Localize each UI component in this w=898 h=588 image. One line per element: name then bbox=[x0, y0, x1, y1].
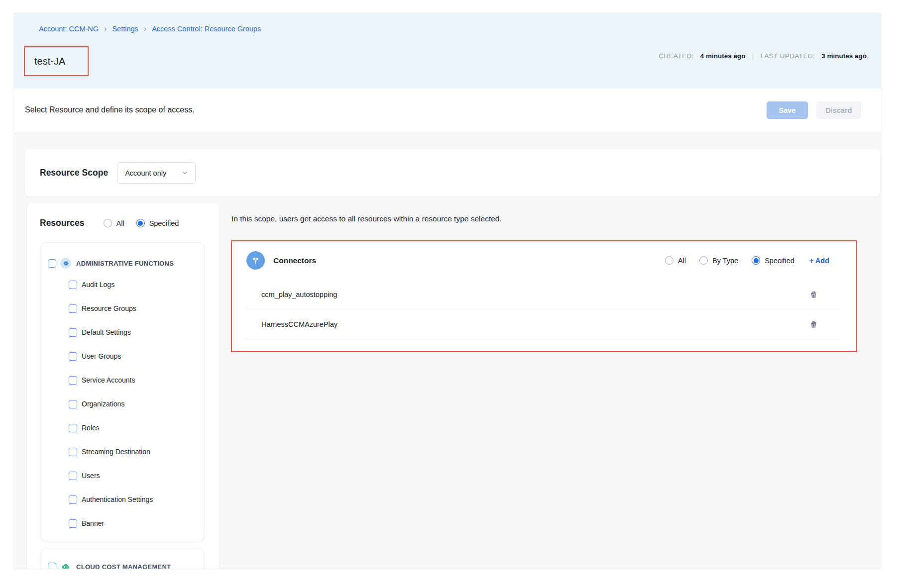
group-header[interactable]: $ CLOUD COST MANAGEMENT bbox=[48, 561, 204, 569]
resource-item-row[interactable]: Roles bbox=[48, 416, 204, 440]
resource-item-label: Banner bbox=[82, 519, 104, 527]
connectors-controls: All By Type Specified + Add bbox=[652, 256, 829, 265]
admin-functions-checkbox[interactable] bbox=[48, 259, 56, 268]
resource-item-label: Service Accounts bbox=[82, 376, 135, 384]
page-header: Account: CCM-NG › Settings › Access Cont… bbox=[14, 13, 881, 89]
connectors-title: Connectors bbox=[273, 256, 316, 265]
meta-divider: | bbox=[752, 52, 754, 60]
connector-rows: ccm_play_autostopping HarnessCCMAzurePla… bbox=[245, 280, 840, 339]
last-updated-label: LAST UPDATED: bbox=[760, 52, 815, 60]
gear-icon bbox=[60, 258, 71, 269]
created-value: 4 minutes ago bbox=[700, 52, 746, 60]
resource-item-checkbox[interactable] bbox=[69, 424, 77, 432]
radio-icon-checked[interactable] bbox=[752, 256, 760, 265]
resource-item-checkbox[interactable] bbox=[69, 281, 77, 289]
resource-item-label: Streaming Destination bbox=[82, 448, 150, 456]
admin-functions-items: Audit Logs Resource Groups Default Setti… bbox=[48, 273, 204, 535]
radio-specified-label: Specified bbox=[149, 219, 179, 227]
resource-item-checkbox[interactable] bbox=[69, 448, 77, 456]
resource-item-checkbox[interactable] bbox=[69, 328, 77, 337]
resources-title: Resources bbox=[40, 218, 85, 228]
resource-group-administrative-functions: ADMINISTRATIVE FUNCTIONS Audit Logs Reso… bbox=[41, 242, 204, 541]
timestamps: CREATED: 4 minutes ago | LAST UPDATED: 3… bbox=[659, 52, 867, 60]
resource-item-row[interactable]: Organizations bbox=[48, 392, 204, 416]
resource-item-checkbox[interactable] bbox=[69, 519, 77, 528]
breadcrumb-chevron-icon: › bbox=[104, 25, 107, 33]
resource-item-row[interactable]: Authentication Settings bbox=[48, 488, 204, 511]
resource-item-row[interactable]: User Groups bbox=[48, 344, 204, 368]
resource-item-row[interactable]: Users bbox=[48, 464, 204, 488]
radio-all-label: All bbox=[116, 219, 124, 227]
radio-icon[interactable] bbox=[665, 256, 674, 265]
discard-button[interactable]: Discard bbox=[816, 101, 861, 119]
connector-row: ccm_play_autostopping bbox=[245, 280, 840, 309]
resource-item-label: Audit Logs bbox=[82, 281, 114, 289]
connector-name: HarnessCCMAzurePlay bbox=[261, 320, 337, 328]
resource-item-row[interactable]: Default Settings bbox=[48, 320, 204, 344]
group-label: CLOUD COST MANAGEMENT bbox=[76, 563, 171, 569]
connector-row: HarnessCCMAzurePlay bbox=[245, 309, 840, 339]
resource-item-label: Default Settings bbox=[82, 328, 131, 336]
trash-icon bbox=[809, 290, 818, 299]
cloud-dollar-icon: $ bbox=[60, 561, 71, 569]
radio-by-type-label: By Type bbox=[712, 257, 738, 265]
group-header[interactable]: ADMINISTRATIVE FUNCTIONS bbox=[48, 258, 204, 269]
chevron-down-icon bbox=[181, 169, 189, 177]
app-page: Account: CCM-NG › Settings › Access Cont… bbox=[14, 13, 881, 569]
page-description: Select Resource and define its scope of … bbox=[25, 105, 195, 114]
resource-item-label: Authentication Settings bbox=[82, 495, 153, 503]
add-connector-button[interactable]: + Add bbox=[809, 257, 829, 265]
resources-panel: Resources All Specified bbox=[27, 203, 219, 569]
resources-header: Resources All Specified bbox=[40, 218, 219, 228]
main-content: Resource Scope Account only Resources Al… bbox=[14, 133, 881, 569]
resource-scope-card: Resource Scope Account only bbox=[25, 149, 880, 196]
page-title: test-JA bbox=[25, 56, 65, 67]
breadcrumb-account-link[interactable]: Account: CCM-NG bbox=[39, 25, 99, 33]
connectors-radio-all[interactable]: All bbox=[665, 256, 686, 265]
resource-scope-dropdown[interactable]: Account only bbox=[117, 162, 196, 184]
action-toolbar: Select Resource and define its scope of … bbox=[14, 89, 881, 133]
annotation-box-title: test-JA bbox=[24, 46, 89, 76]
resource-item-checkbox[interactable] bbox=[69, 304, 77, 313]
connectors-header: Connectors All By Type Specified + Add bbox=[232, 241, 856, 280]
created-label: CREATED: bbox=[659, 52, 693, 60]
resource-scope-label: Resource Scope bbox=[40, 168, 108, 178]
radio-icon[interactable] bbox=[104, 219, 112, 227]
resource-item-row[interactable]: Service Accounts bbox=[48, 368, 204, 392]
connector-name: ccm_play_autostopping bbox=[261, 291, 337, 298]
resource-item-label: User Groups bbox=[82, 352, 121, 360]
resource-scope-dropdown-value: Account only bbox=[125, 169, 166, 177]
radio-icon-checked[interactable] bbox=[136, 219, 145, 227]
breadcrumb-chevron-icon: › bbox=[144, 25, 146, 33]
resource-item-row[interactable]: Audit Logs bbox=[48, 273, 204, 296]
radio-icon[interactable] bbox=[699, 256, 708, 265]
trash-icon bbox=[809, 319, 818, 329]
connectors-radio-by-type[interactable]: By Type bbox=[699, 256, 738, 265]
resources-radio-specified[interactable]: Specified bbox=[136, 219, 179, 227]
save-button[interactable]: Save bbox=[767, 101, 808, 119]
delete-connector-button[interactable] bbox=[809, 290, 818, 299]
last-updated-value: 3 minutes ago bbox=[821, 52, 867, 60]
resource-item-checkbox[interactable] bbox=[69, 400, 77, 408]
resource-item-row[interactable]: Streaming Destination bbox=[48, 440, 204, 464]
resource-group-cloud-cost-management: $ CLOUD COST MANAGEMENT bbox=[41, 549, 204, 569]
breadcrumb-resource-groups-link[interactable]: Access Control: Resource Groups bbox=[152, 25, 261, 33]
breadcrumb: Account: CCM-NG › Settings › Access Cont… bbox=[39, 25, 261, 33]
resource-item-row[interactable]: Banner bbox=[48, 511, 204, 535]
delete-connector-button[interactable] bbox=[809, 319, 818, 329]
resource-item-checkbox[interactable] bbox=[69, 352, 77, 361]
resource-item-label: Resource Groups bbox=[82, 304, 136, 312]
resource-item-checkbox[interactable] bbox=[69, 495, 77, 504]
resource-item-row[interactable]: Resource Groups bbox=[48, 296, 204, 320]
resource-item-label: Users bbox=[82, 472, 100, 480]
resource-item-checkbox[interactable] bbox=[69, 472, 77, 480]
connectors-radio-specified[interactable]: Specified bbox=[752, 256, 794, 265]
resource-item-checkbox[interactable] bbox=[69, 376, 77, 385]
resources-radio-all[interactable]: All bbox=[104, 219, 124, 227]
resource-item-label: Roles bbox=[82, 424, 100, 432]
scope-info-text: In this scope, users get access to all r… bbox=[231, 214, 502, 223]
breadcrumb-settings-link[interactable]: Settings bbox=[112, 25, 138, 33]
annotation-box-connectors: Connectors All By Type Specified + Add bbox=[231, 240, 857, 352]
cloud-cost-checkbox[interactable] bbox=[48, 563, 56, 569]
svg-text:$: $ bbox=[64, 566, 65, 569]
